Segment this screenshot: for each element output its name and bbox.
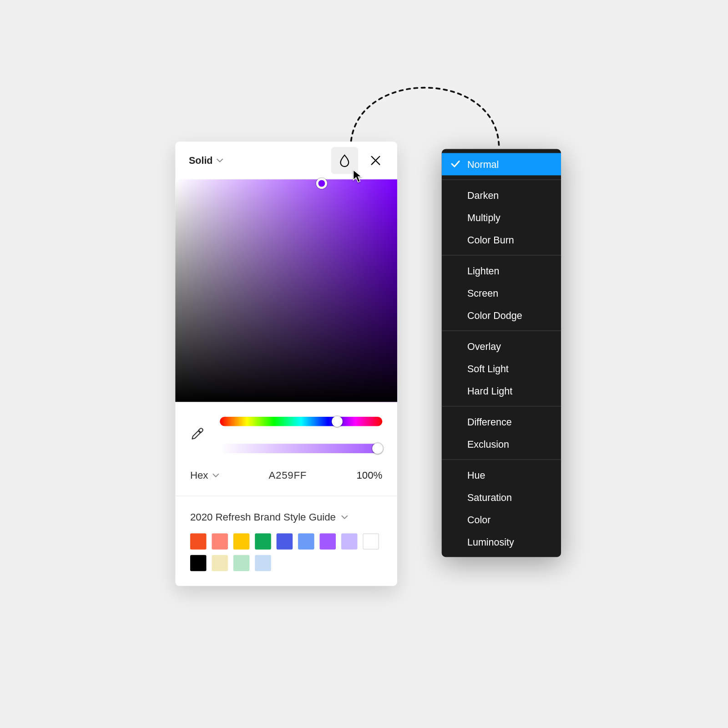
color-swatch[interactable] bbox=[255, 533, 271, 550]
blend-mode-item[interactable]: Darken bbox=[442, 184, 561, 207]
blend-mode-item[interactable]: Normal bbox=[442, 153, 561, 175]
droplet-icon bbox=[339, 154, 351, 167]
blend-mode-item[interactable]: Hard Light bbox=[442, 379, 561, 402]
blend-mode-item[interactable]: Color Burn bbox=[442, 228, 561, 251]
blend-mode-item[interactable]: Overlay bbox=[442, 335, 561, 358]
alpha-slider[interactable] bbox=[220, 444, 382, 453]
blend-mode-item[interactable]: Screen bbox=[442, 282, 561, 304]
chevron-down-icon bbox=[341, 514, 348, 521]
blend-mode-label: Color bbox=[467, 514, 490, 525]
blend-mode-label: Normal bbox=[467, 159, 499, 170]
chevron-down-icon bbox=[212, 472, 219, 479]
picker-header: Solid bbox=[175, 142, 397, 179]
slider-block bbox=[175, 402, 397, 460]
color-swatch[interactable] bbox=[212, 555, 228, 571]
fill-type-label: Solid bbox=[189, 155, 213, 166]
eyedropper-button[interactable] bbox=[190, 426, 205, 444]
close-icon bbox=[369, 154, 382, 167]
blend-mode-item[interactable]: Color bbox=[442, 508, 561, 531]
blend-mode-item[interactable]: Color Dodge bbox=[442, 304, 561, 326]
saturation-lightness-area[interactable] bbox=[175, 179, 397, 402]
blend-mode-menu: NormalDarkenMultiplyColor BurnLightenScr… bbox=[442, 149, 561, 557]
blend-mode-item[interactable]: Saturation bbox=[442, 486, 561, 509]
color-swatch[interactable] bbox=[233, 555, 250, 571]
blend-mode-label: Screen bbox=[467, 288, 498, 298]
blend-mode-button[interactable] bbox=[331, 147, 358, 174]
color-swatch[interactable] bbox=[298, 533, 314, 550]
swatch-grid bbox=[190, 533, 382, 571]
blend-mode-label: Hard Light bbox=[467, 385, 512, 396]
check-icon bbox=[450, 161, 460, 168]
color-swatch[interactable] bbox=[190, 533, 207, 550]
color-swatch[interactable] bbox=[190, 555, 207, 571]
opacity-input[interactable]: 100% bbox=[356, 469, 382, 480]
blend-mode-label: Color Burn bbox=[467, 234, 514, 245]
color-format-label: Hex bbox=[190, 469, 208, 480]
blend-mode-label: Darken bbox=[467, 190, 499, 201]
blend-mode-label: Hue bbox=[467, 470, 485, 480]
blend-mode-item[interactable]: Exclusion bbox=[442, 433, 561, 455]
color-swatch[interactable] bbox=[341, 533, 358, 550]
eyedropper-icon bbox=[190, 426, 205, 441]
blend-mode-label: Difference bbox=[467, 416, 512, 427]
blend-mode-label: Lighten bbox=[467, 265, 500, 276]
blend-mode-label: Multiply bbox=[467, 212, 500, 223]
blend-mode-item[interactable]: Hue bbox=[442, 464, 561, 486]
color-swatch[interactable] bbox=[255, 555, 271, 571]
blend-mode-item[interactable]: Difference bbox=[442, 411, 561, 433]
library-name: 2020 Refresh Brand Style Guide bbox=[190, 511, 336, 522]
chevron-down-icon bbox=[217, 157, 223, 164]
alpha-thumb[interactable] bbox=[372, 443, 383, 454]
library-dropdown[interactable]: 2020 Refresh Brand Style Guide bbox=[190, 511, 382, 522]
blend-mode-label: Color Dodge bbox=[467, 310, 522, 321]
color-swatch[interactable] bbox=[233, 533, 250, 550]
blend-mode-label: Saturation bbox=[467, 492, 512, 503]
blend-mode-item[interactable]: Soft Light bbox=[442, 357, 561, 379]
hex-row: Hex A259FF 100% bbox=[175, 460, 397, 496]
blend-mode-label: Luminosity bbox=[467, 536, 514, 547]
connector-line bbox=[344, 81, 540, 148]
hue-slider[interactable] bbox=[220, 417, 382, 426]
color-swatch[interactable] bbox=[363, 533, 379, 550]
fill-type-dropdown[interactable]: Solid bbox=[189, 155, 223, 166]
saturation-thumb[interactable] bbox=[316, 178, 327, 189]
blend-mode-label: Soft Light bbox=[467, 363, 509, 374]
color-format-dropdown[interactable]: Hex bbox=[190, 469, 219, 480]
blend-mode-label: Exclusion bbox=[467, 439, 509, 450]
hex-input[interactable]: A259FF bbox=[219, 469, 356, 480]
blend-mode-item[interactable]: Multiply bbox=[442, 206, 561, 228]
color-picker-panel: Solid bbox=[175, 142, 397, 586]
color-swatch[interactable] bbox=[277, 533, 293, 550]
color-swatch[interactable] bbox=[319, 533, 336, 550]
blend-mode-item[interactable]: Luminosity bbox=[442, 531, 561, 553]
hue-thumb[interactable] bbox=[331, 416, 342, 427]
library-section: 2020 Refresh Brand Style Guide bbox=[175, 496, 397, 586]
blend-mode-item[interactable]: Lighten bbox=[442, 260, 561, 282]
blend-mode-label: Overlay bbox=[467, 341, 501, 352]
color-swatch[interactable] bbox=[212, 533, 228, 550]
close-button[interactable] bbox=[362, 147, 389, 174]
